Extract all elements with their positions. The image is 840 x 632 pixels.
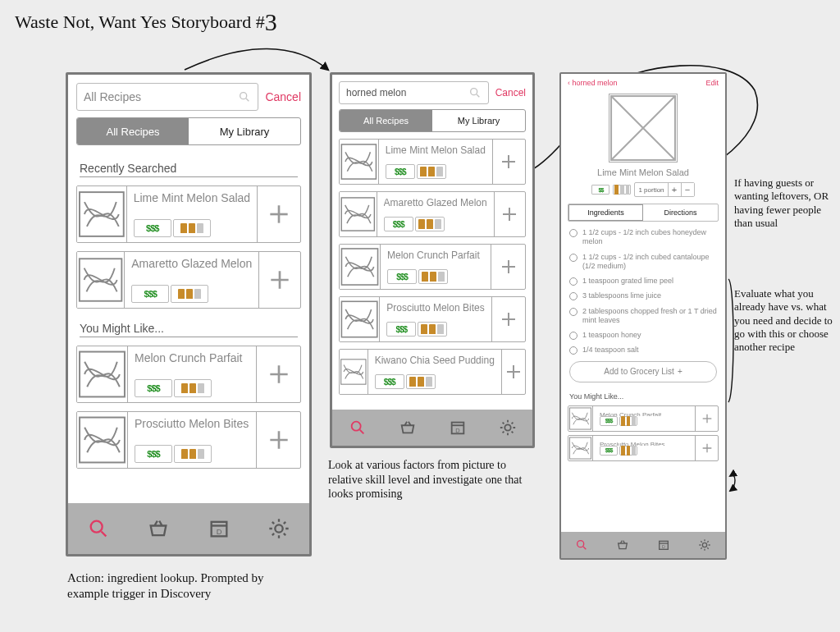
search-tab-icon[interactable] — [87, 517, 110, 540]
recipe-row[interactable]: Prosciutto Melon Bites$$$ — [339, 296, 526, 342]
recipe-title: Lime Mint Melon Salad — [561, 167, 725, 177]
portion-increase[interactable]: + — [668, 183, 681, 196]
tab-ingredients[interactable]: Ingredients — [568, 204, 643, 221]
tab-my-library[interactable]: My Library — [189, 118, 300, 144]
svg-point-37 — [351, 422, 360, 431]
difficulty-badge — [619, 416, 637, 426]
basket-tab-icon[interactable] — [147, 517, 170, 540]
recipe-segmented: Ingredients Directions — [568, 204, 719, 222]
ingredient-text: 1 1/2 cups - 1/2 inch cubed cantaloupe (… — [582, 253, 717, 272]
recipe-row[interactable]: Prosciutto Melon Bites$$$ — [76, 411, 301, 469]
add-recipe-button[interactable] — [492, 140, 525, 184]
cancel-button[interactable]: Cancel — [495, 87, 526, 98]
recipe-row[interactable]: Amaretto Glazed Melon$$$ — [76, 251, 301, 309]
svg-point-0 — [240, 93, 247, 99]
annotation-portions: If having guests or wanting leftovers, O… — [734, 176, 837, 230]
calendar-tab-icon[interactable]: D — [657, 538, 670, 552]
ingredient-row: 1 1/2 cups - 1/2 inch cubed cantaloupe (… — [569, 253, 717, 272]
add-recipe-button[interactable] — [695, 406, 718, 431]
tab-all-recipes[interactable]: All Recipes — [340, 110, 432, 131]
edit-button[interactable]: Edit — [705, 79, 719, 87]
ingredient-checkbox[interactable] — [569, 332, 578, 340]
cancel-button[interactable]: Cancel — [265, 90, 301, 103]
search-tab-icon[interactable] — [575, 538, 588, 552]
add-recipe-button[interactable] — [257, 186, 300, 242]
add-recipe-button[interactable] — [695, 436, 718, 460]
ingredient-row: 2 tablespoons chopped fresh or 1 T dried… — [569, 307, 717, 326]
svg-point-20 — [470, 89, 477, 95]
difficulty-badge — [619, 446, 637, 456]
recipe-thumbnail-placeholder — [568, 436, 593, 460]
difficulty-badge — [418, 322, 447, 337]
ingredient-checkbox[interactable] — [569, 346, 578, 355]
tab-my-library[interactable]: My Library — [432, 110, 525, 131]
ingredient-text: 1 teaspoon grated lime peel — [582, 277, 673, 286]
add-to-grocery-list-button[interactable]: Add to Grocery List+ — [569, 361, 717, 382]
recipe-row[interactable]: Melon Crunch Parfait$$$ — [76, 346, 301, 403]
recipe-row[interactable]: Melon Crunch Parfait$$$ — [339, 244, 526, 290]
cost-badge: $$$ — [386, 322, 416, 337]
settings-tab-icon[interactable] — [698, 538, 711, 552]
recipe-row[interactable]: Lime Mint Melon Salad$$$ — [76, 185, 301, 243]
cost-badge: $$ — [591, 185, 609, 195]
ingredient-text: 2 tablespoons chopped fresh or 1 T dried… — [582, 307, 717, 326]
recipe-row[interactable]: Prosciutto Melon Bites$$$ — [568, 435, 719, 461]
ingredient-checkbox[interactable] — [569, 254, 578, 262]
ingredient-checkbox[interactable] — [569, 229, 578, 237]
cost-badge: $$$ — [386, 164, 415, 179]
add-recipe-button[interactable] — [256, 346, 300, 402]
basket-tab-icon[interactable] — [616, 538, 629, 552]
tab-all-recipes[interactable]: All Recipes — [77, 118, 189, 144]
cost-badge: $$$ — [387, 269, 417, 284]
search-input[interactable]: All Recipes — [76, 83, 258, 111]
add-recipe-button[interactable] — [258, 252, 300, 308]
settings-tab-icon[interactable] — [499, 419, 517, 437]
calendar-tab-icon[interactable]: D — [449, 419, 467, 437]
recipe-name: Melon Crunch Parfait — [135, 351, 249, 364]
cost-badge: $$$ — [135, 445, 172, 463]
plus-icon: + — [678, 367, 682, 376]
svg-text:D: D — [216, 528, 221, 536]
cost-badge: $$$ — [131, 285, 169, 303]
settings-tab-icon[interactable] — [267, 517, 290, 540]
scope-segmented: All Recipes My Library — [339, 109, 526, 132]
ingredient-checkbox[interactable] — [569, 292, 578, 300]
recipe-row[interactable]: Amaretto Glazed Melon$$$ — [339, 191, 526, 237]
search-input[interactable]: horned melon — [339, 81, 489, 104]
basket-tab-icon[interactable] — [399, 419, 417, 437]
back-button[interactable]: ‹ horned melon — [568, 79, 618, 87]
difficulty-badge — [613, 185, 631, 195]
recipe-name: Melon Crunch Parfait — [387, 250, 484, 261]
search-icon — [468, 86, 482, 99]
recipe-thumbnail-placeholder — [340, 192, 377, 236]
add-recipe-button[interactable] — [491, 245, 525, 289]
svg-text:D: D — [662, 544, 665, 549]
svg-line-21 — [477, 94, 479, 97]
recipe-thumbnail-placeholder — [77, 186, 127, 242]
add-recipe-button[interactable] — [491, 297, 525, 341]
add-recipe-button[interactable] — [501, 350, 525, 394]
recipe-row[interactable]: Kiwano Chia Seed Pudding$$$ — [339, 349, 526, 395]
calendar-tab-icon[interactable]: D — [208, 517, 231, 540]
tab-directions[interactable]: Directions — [643, 204, 718, 221]
recipe-row[interactable]: Lime Mint Melon Salad$$$ — [339, 139, 526, 185]
difficulty-badge — [406, 374, 436, 389]
annotation-factors: Look at various factors from picture to … — [328, 458, 525, 501]
ingredient-row: 1/4 teaspoon salt — [569, 346, 717, 355]
portion-decrease[interactable]: − — [681, 183, 694, 196]
ingredient-text: 3 tablespoons lime juice — [582, 291, 661, 300]
recipe-name: Lime Mint Melon Salad — [134, 191, 250, 204]
ingredient-checkbox[interactable] — [569, 308, 578, 316]
add-recipe-button[interactable] — [494, 192, 525, 236]
recipe-thumbnail-placeholder — [340, 140, 379, 184]
screen-3-recipe-detail: ‹ horned melon Edit Lime Mint Melon Sala… — [559, 72, 727, 560]
add-recipe-button[interactable] — [256, 412, 300, 468]
ingredient-checkbox[interactable] — [569, 277, 578, 286]
difficulty-badge — [174, 445, 212, 463]
cost-badge: $$$ — [135, 379, 172, 397]
svg-point-14 — [90, 521, 102, 533]
difficulty-badge — [173, 219, 211, 237]
annotation-evaluate: Evaluate what you already have vs. what … — [734, 287, 837, 354]
recipe-row[interactable]: Melon Crunch Parfait$$$ — [568, 405, 719, 432]
search-tab-icon[interactable] — [349, 419, 367, 437]
